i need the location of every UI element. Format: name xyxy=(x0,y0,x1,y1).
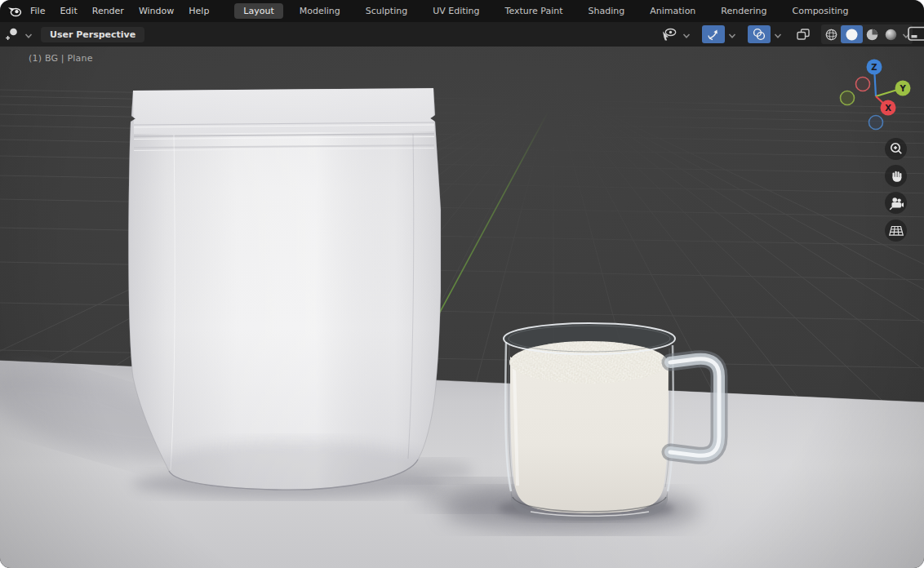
editor-type-chevron-icon[interactable] xyxy=(24,27,33,42)
viewport-overlay-label: (1) BG | Plane xyxy=(29,53,93,64)
workspace-tabs: Layout Modeling Sculpting UV Editing Tex… xyxy=(234,3,857,19)
gizmo-neg-y-handle[interactable] xyxy=(841,91,855,105)
viewport-scene[interactable] xyxy=(0,47,924,568)
overlays-chevron-icon[interactable] xyxy=(774,27,782,42)
editor-3d-viewport-icon[interactable] xyxy=(2,25,23,43)
magnifier-plus-icon[interactable] xyxy=(885,138,907,160)
shading-mode-group xyxy=(821,24,913,44)
tab-layout[interactable]: Layout xyxy=(234,3,282,19)
gizmo-neg-z-handle[interactable] xyxy=(869,116,883,130)
gizmo-z-handle[interactable]: Z xyxy=(867,60,882,75)
wireframe-sphere-icon[interactable] xyxy=(822,25,841,43)
gizmo-neg-x-handle[interactable] xyxy=(856,78,870,91)
tab-shading[interactable]: Shading xyxy=(580,3,634,19)
viewport-header: User Perspective xyxy=(0,22,924,47)
overlapping-circles-icon[interactable] xyxy=(748,25,771,43)
blender-window: File Edit Render Window Help Layout Mode… xyxy=(0,0,924,568)
gizmo-y-handle[interactable]: Y xyxy=(895,81,911,96)
visibility-chevron-icon[interactable] xyxy=(682,27,691,42)
gizmos-chevron-icon[interactable] xyxy=(728,27,736,42)
tab-rendering[interactable]: Rendering xyxy=(712,3,775,19)
camera-icon[interactable] xyxy=(885,192,907,214)
screen-area-icon[interactable] xyxy=(908,26,924,46)
menu-render[interactable]: Render xyxy=(85,4,131,18)
menu-file[interactable]: File xyxy=(23,4,52,18)
tab-uv-editing[interactable]: UV Editing xyxy=(424,3,488,19)
solid-sphere-icon[interactable] xyxy=(841,25,863,43)
tab-sculpting[interactable]: Sculpting xyxy=(357,3,416,19)
xray-squares-icon[interactable] xyxy=(793,25,813,43)
cursor-eye-icon[interactable] xyxy=(659,25,679,43)
svg-text:X: X xyxy=(885,104,891,113)
view-perspective-label: User Perspective xyxy=(41,27,144,42)
3d-viewport[interactable]: (1) BG | Plane Z xyxy=(0,47,924,568)
material-sphere-icon[interactable] xyxy=(863,25,882,43)
tab-animation[interactable]: Animation xyxy=(641,3,704,19)
gizmo-arrow-arc-icon[interactable] xyxy=(702,25,725,43)
navigation-gizmo[interactable]: Z Y X xyxy=(835,55,917,136)
tab-texture-paint[interactable]: Texture Paint xyxy=(496,3,572,19)
blender-logo-icon[interactable] xyxy=(7,4,23,19)
menu-help[interactable]: Help xyxy=(181,4,216,18)
svg-text:Y: Y xyxy=(899,84,906,93)
vignette xyxy=(0,47,924,568)
viewport-header-controls xyxy=(659,22,913,47)
gizmo-x-handle[interactable]: X xyxy=(881,100,896,116)
top-menu-bar: File Edit Render Window Help Layout Mode… xyxy=(0,0,924,22)
hand-icon[interactable] xyxy=(885,165,907,187)
menu-edit[interactable]: Edit xyxy=(52,4,84,18)
tab-compositing[interactable]: Compositing xyxy=(784,3,858,19)
perspective-grid-icon[interactable] xyxy=(885,220,907,242)
svg-text:Z: Z xyxy=(871,63,877,72)
menu-window[interactable]: Window xyxy=(131,4,181,18)
rendered-sphere-icon[interactable] xyxy=(882,25,900,43)
tab-modeling[interactable]: Modeling xyxy=(291,3,349,19)
